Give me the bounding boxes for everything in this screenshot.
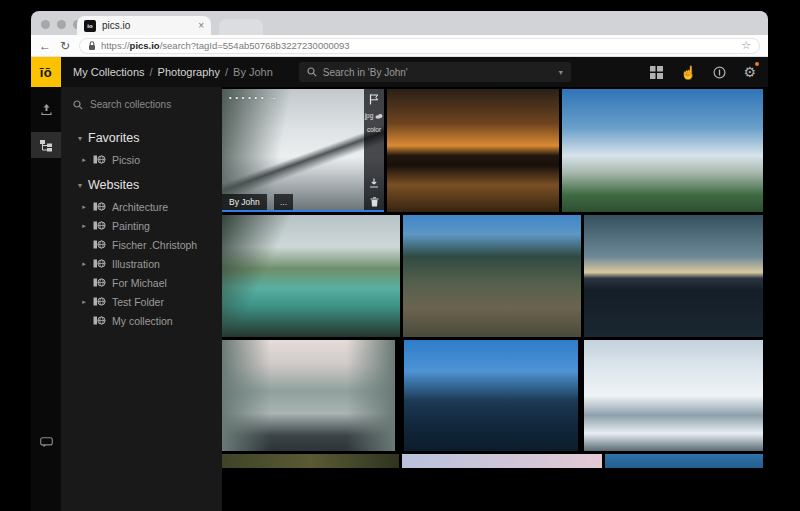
sidebar-item-illustration[interactable]: ▸ Illustration	[61, 254, 222, 273]
picsio-logo[interactable]: īō	[31, 57, 61, 87]
notification-dot	[755, 62, 759, 66]
cloud-icon	[375, 113, 383, 119]
selection-indicator	[222, 210, 384, 212]
breadcrumb-separator: /	[150, 66, 153, 78]
breadcrumb: My Collections / Photography / By John	[73, 66, 273, 78]
app-header: īō My Collections / Photography / By Joh…	[31, 57, 768, 87]
close-window-button[interactable]	[41, 20, 50, 29]
tile-action-strip: jpg color	[364, 89, 384, 212]
photo-tile-mountain-village[interactable]	[562, 89, 763, 212]
carousel-next-icon[interactable]: →	[268, 93, 277, 102]
collection-icon	[93, 202, 106, 211]
owner-badge: By John	[222, 194, 267, 210]
sidebar-item-for-michael[interactable]: For Michael	[61, 273, 222, 292]
collections-sidebar: Search collections ▾ Favorites ▸ Picsio …	[61, 87, 222, 511]
expand-arrow-icon[interactable]: ▾	[75, 181, 85, 190]
photo-tile-sunset-bridge[interactable]	[387, 89, 559, 212]
tab-title: pics.io	[102, 20, 192, 31]
photo-tile-mountain-lake[interactable]	[222, 215, 400, 337]
breadcrumb-item-photography[interactable]: Photography	[158, 66, 220, 78]
sidebar-item-fischer-christoph[interactable]: Fischer .Christoph	[61, 235, 222, 254]
photo-tile-dusk-bridge[interactable]	[584, 215, 763, 337]
expand-arrow-icon[interactable]: ▸	[79, 222, 89, 230]
url-domain: pics.io	[130, 40, 160, 51]
photo-tile-snowy-forest-road[interactable]	[222, 340, 395, 451]
chevron-down-icon[interactable]: ▾	[559, 68, 563, 77]
photo-tile-valley-river[interactable]	[403, 215, 581, 337]
search-input[interactable]: Search in 'By John' ▾	[299, 62, 571, 82]
collection-icon	[93, 259, 106, 268]
info-icon[interactable]	[713, 66, 726, 79]
photo-tile-snowy-road-fence[interactable]: • • • • • • → jpg	[222, 89, 384, 212]
browser-tab[interactable]: io pics.io ×	[77, 16, 211, 35]
carousel-dots[interactable]: • • • • • • →	[229, 93, 277, 102]
collections-tree-button[interactable]	[31, 132, 61, 158]
sidebar-item-favorites[interactable]: ▾ Favorites	[61, 126, 222, 150]
tab-close-icon[interactable]: ×	[198, 20, 204, 31]
settings-gear-icon[interactable]: ⚙	[743, 64, 756, 80]
window-controls[interactable]	[41, 20, 82, 29]
upload-icon	[40, 103, 53, 116]
padlock-icon	[88, 41, 96, 51]
breadcrumb-item-my-collections[interactable]: My Collections	[73, 66, 145, 78]
breadcrumb-item-by-john[interactable]: By John	[233, 66, 273, 78]
picsio-app: īō My Collections / Photography / By Joh…	[31, 57, 768, 511]
photo-tile-snow-peaks[interactable]	[584, 340, 763, 451]
sidebar-item-architecture[interactable]: ▸ Architecture	[61, 197, 222, 216]
app-body: Search collections ▾ Favorites ▸ Picsio …	[31, 87, 768, 511]
browser-toolbar: ← ↻ https://pics.io/search?tagId=554ab50…	[31, 35, 768, 57]
format-badge: jpg	[365, 112, 374, 119]
collection-icon	[93, 278, 106, 287]
chat-button[interactable]	[31, 429, 61, 455]
expand-arrow-icon[interactable]: ▸	[79, 203, 89, 211]
url-text: https://pics.io/search?tagId=554ab50768b…	[101, 40, 350, 51]
browser-window: io pics.io × ← ↻ https://pics.io/search?…	[31, 11, 768, 511]
collections-tree-icon	[39, 139, 53, 152]
breadcrumb-separator: /	[225, 66, 228, 78]
sidebar-item-painting[interactable]: ▸ Painting	[61, 216, 222, 235]
pointer-hand-icon[interactable]: ☝	[680, 65, 696, 80]
collections-search-placeholder: Search collections	[90, 99, 171, 110]
expand-arrow-icon[interactable]: ▾	[75, 134, 85, 143]
photo-grid: • • • • • • → jpg	[222, 87, 768, 511]
upload-button[interactable]	[31, 96, 61, 122]
sidebar-item-picsio[interactable]: ▸ Picsio	[61, 150, 222, 169]
tab-strip: io pics.io ×	[31, 11, 768, 35]
expand-arrow-icon[interactable]: ▸	[79, 156, 89, 164]
minimize-window-button[interactable]	[57, 20, 66, 29]
collection-icon	[93, 221, 106, 230]
sidebar-item-my-collection[interactable]: My collection	[61, 311, 222, 330]
flag-icon[interactable]	[369, 94, 379, 105]
url-path: /search?tagId=554ab50768b3227230000093	[160, 40, 350, 51]
sidebar-item-websites[interactable]: ▾ Websites	[61, 173, 222, 197]
left-icon-rail	[31, 87, 61, 511]
address-bar[interactable]: https://pics.io/search?tagId=554ab50768b…	[79, 38, 760, 54]
more-options-button[interactable]: ...	[274, 194, 293, 210]
collection-icon	[93, 316, 106, 325]
expand-arrow-icon[interactable]: ▸	[79, 298, 89, 306]
photo-tile-pink-sky-partial[interactable]	[402, 454, 602, 468]
photo-tile-blue-mountains[interactable]	[404, 340, 578, 451]
collection-icon	[93, 240, 106, 249]
photo-tile-blue-water-partial[interactable]	[605, 454, 763, 468]
download-icon[interactable]	[369, 178, 379, 188]
reload-icon[interactable]: ↻	[60, 40, 70, 52]
header-actions: ☝ ⚙	[650, 64, 768, 80]
trash-icon[interactable]	[370, 197, 379, 207]
bookmark-star-icon[interactable]: ☆	[741, 39, 751, 52]
collection-icon	[93, 297, 106, 306]
back-icon[interactable]: ←	[39, 40, 51, 52]
expand-arrow-icon[interactable]: ▸	[79, 260, 89, 268]
search-icon	[73, 100, 83, 110]
new-tab-button[interactable]	[219, 19, 263, 35]
collections-search-input[interactable]: Search collections	[61, 96, 222, 122]
search-icon	[307, 67, 317, 77]
color-label[interactable]: color	[367, 126, 381, 133]
search-placeholder: Search in 'By John'	[323, 67, 408, 78]
photo-tile-forest-hill-partial[interactable]	[222, 454, 399, 468]
url-scheme: https://	[101, 40, 130, 51]
tab-favicon: io	[84, 20, 96, 32]
chat-bubble-icon	[40, 437, 53, 448]
sidebar-item-test-folder[interactable]: ▸ Test Folder	[61, 292, 222, 311]
layout-grid-icon[interactable]	[650, 66, 663, 79]
